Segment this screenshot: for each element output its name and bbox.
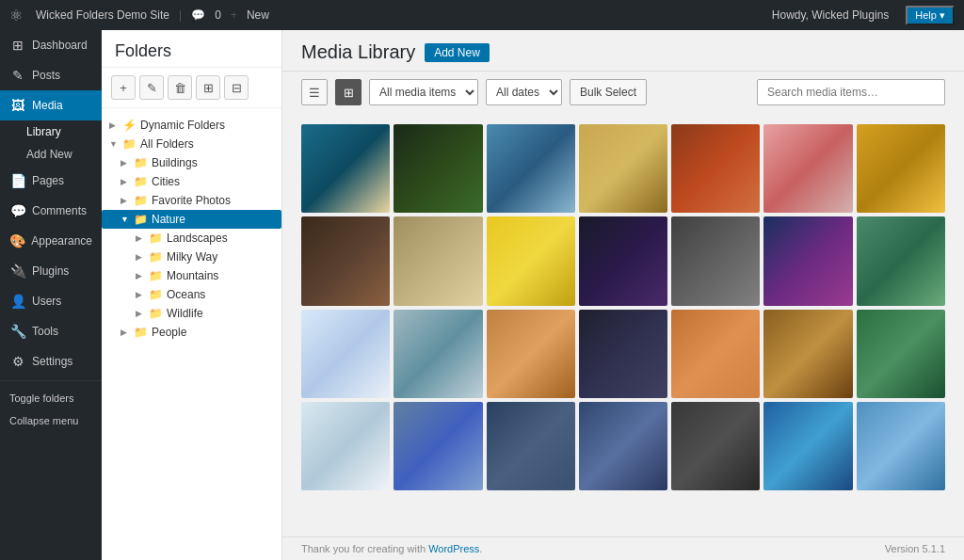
sidebar-item-settings[interactable]: ⚙ Settings bbox=[0, 346, 102, 376]
media-thumb-7[interactable] bbox=[857, 124, 945, 213]
list-view-button[interactable]: ☰ bbox=[301, 79, 328, 105]
tree-item-dynamic-folders[interactable]: ▶ ⚡ Dynamic Folders bbox=[102, 116, 281, 135]
media-thumb-10[interactable] bbox=[487, 216, 575, 305]
add-folder-button[interactable]: + bbox=[111, 75, 136, 100]
media-thumb-5[interactable] bbox=[671, 124, 760, 213]
tree-item-oceans[interactable]: ▶ 📁 Oceans bbox=[102, 285, 281, 304]
tree-item-landscapes[interactable]: ▶ 📁 Landscapes bbox=[102, 229, 281, 248]
oceans-icon: 📁 bbox=[149, 288, 163, 301]
media-thumb-26[interactable] bbox=[671, 402, 760, 490]
comments-icon: 💬 bbox=[9, 203, 26, 218]
media-thumb-27[interactable] bbox=[763, 402, 852, 490]
tree-item-wildlife[interactable]: ▶ 📁 Wildlife bbox=[102, 304, 281, 323]
sidebar-item-pages[interactable]: 📄 Pages bbox=[0, 166, 102, 196]
tree-item-milky-way[interactable]: ▶ 📁 Milky Way bbox=[102, 248, 281, 266]
sidebar-item-dashboard[interactable]: ⊞ Dashboard bbox=[0, 30, 102, 60]
media-thumb-12[interactable] bbox=[671, 216, 760, 305]
tree-item-cities[interactable]: ▶ 📁 Cities bbox=[102, 172, 281, 191]
media-thumb-24[interactable] bbox=[487, 402, 575, 490]
media-thumb-6[interactable] bbox=[763, 124, 852, 213]
tree-item-nature[interactable]: ▼ 📁 Nature bbox=[102, 210, 281, 229]
expand-folder-button[interactable]: ⊞ bbox=[196, 75, 220, 100]
help-button[interactable]: Help ▾ bbox=[906, 6, 955, 25]
tree-item-favorite-photos[interactable]: ▶ 📁 Favorite Photos bbox=[102, 191, 281, 210]
edit-folder-button[interactable]: ✎ bbox=[139, 75, 164, 100]
sidebar-item-appearance[interactable]: 🎨 Appearance bbox=[0, 226, 102, 256]
arrow-icon-wildlife: ▶ bbox=[136, 309, 145, 318]
howdy-text: Howdy, Wicked Plugins bbox=[772, 8, 890, 22]
main-layout: ⊞ Dashboard ✎ Posts 🖼 Media Library Add … bbox=[0, 30, 964, 560]
all-folders-icon: 📁 bbox=[122, 137, 137, 151]
sidebar-item-tools[interactable]: 🔧 Tools bbox=[0, 316, 102, 346]
sidebar-item-plugins[interactable]: 🔌 Plugins bbox=[0, 256, 102, 286]
media-submenu: Library Add New bbox=[0, 120, 102, 166]
collapse-folder-button[interactable]: ⊟ bbox=[224, 75, 249, 100]
tree-label-oceans: Oceans bbox=[167, 288, 205, 301]
media-thumb-28[interactable] bbox=[857, 402, 945, 490]
media-thumb-25[interactable] bbox=[579, 402, 667, 490]
main-content: Media Library Add New ☰ ⊞ All media item… bbox=[282, 30, 964, 560]
collapse-menu-button[interactable]: Collapse menu bbox=[0, 411, 102, 434]
wordpress-link[interactable]: WordPress bbox=[428, 543, 479, 554]
tree-label-cities: Cities bbox=[152, 175, 180, 188]
media-thumb-9[interactable] bbox=[394, 216, 482, 305]
media-icon: 🖼 bbox=[9, 98, 26, 113]
tree-label-all-folders: All Folders bbox=[140, 137, 194, 151]
media-thumb-2[interactable] bbox=[394, 124, 482, 213]
media-thumb-23[interactable] bbox=[394, 402, 482, 490]
grid-view-button[interactable]: ⊞ bbox=[335, 79, 362, 105]
media-thumb-14[interactable] bbox=[857, 216, 945, 305]
sidebar-item-users[interactable]: 👤 Users bbox=[0, 286, 102, 316]
sidebar-item-media[interactable]: 🖼 Media bbox=[0, 90, 102, 120]
grid-view-icon: ⊞ bbox=[344, 86, 354, 100]
buildings-icon: 📁 bbox=[134, 156, 148, 169]
sidebar-label-dashboard: Dashboard bbox=[32, 39, 88, 52]
media-thumb-21[interactable] bbox=[857, 310, 945, 398]
media-thumb-19[interactable] bbox=[671, 310, 760, 398]
nature-icon: 📁 bbox=[134, 213, 148, 226]
media-thumb-1[interactable] bbox=[301, 124, 390, 213]
sidebar-label-comments: Comments bbox=[32, 204, 87, 217]
sidebar-item-posts[interactable]: ✎ Posts bbox=[0, 60, 102, 90]
add-new-button[interactable]: Add New bbox=[425, 43, 490, 62]
media-thumb-16[interactable] bbox=[394, 310, 482, 398]
date-filter[interactable]: All dates bbox=[486, 79, 562, 105]
dashboard-icon: ⊞ bbox=[9, 38, 26, 53]
site-name[interactable]: Wicked Folders Demo Site bbox=[36, 8, 169, 22]
media-thumb-18[interactable] bbox=[579, 310, 667, 398]
media-thumb-22[interactable] bbox=[301, 402, 390, 490]
arrow-icon-oceans: ▶ bbox=[136, 290, 145, 299]
new-button[interactable]: New bbox=[247, 8, 269, 22]
tree-label-buildings: Buildings bbox=[152, 156, 198, 169]
tree-label-nature: Nature bbox=[152, 213, 185, 226]
media-thumb-4[interactable] bbox=[579, 124, 667, 213]
landscapes-icon: 📁 bbox=[149, 232, 163, 245]
sidebar-subitem-add-new[interactable]: Add New bbox=[0, 143, 102, 166]
media-thumb-17[interactable] bbox=[487, 310, 575, 398]
arrow-icon-mountains: ▶ bbox=[136, 271, 145, 280]
media-thumb-3[interactable] bbox=[487, 124, 575, 213]
media-thumb-8[interactable] bbox=[301, 216, 390, 305]
tree-label-milky-way: Milky Way bbox=[167, 250, 217, 264]
tree-item-mountains[interactable]: ▶ 📁 Mountains bbox=[102, 266, 281, 285]
media-thumb-11[interactable] bbox=[579, 216, 667, 305]
sidebar-item-comments[interactable]: 💬 Comments bbox=[0, 196, 102, 226]
sidebar-label-plugins: Plugins bbox=[32, 264, 69, 278]
media-header: Media Library Add New bbox=[282, 30, 964, 72]
arrow-icon-milkyway: ▶ bbox=[136, 252, 145, 262]
delete-folder-button[interactable]: 🗑 bbox=[168, 75, 192, 100]
media-thumb-13[interactable] bbox=[763, 216, 852, 305]
media-thumb-20[interactable] bbox=[763, 310, 852, 398]
tree-item-all-folders[interactable]: ▼ 📁 All Folders bbox=[102, 135, 281, 153]
folders-title: Folders bbox=[102, 30, 281, 68]
comment-count[interactable]: 0 bbox=[215, 8, 221, 22]
sidebar-subitem-library[interactable]: Library bbox=[0, 120, 102, 143]
media-thumb-15[interactable] bbox=[301, 310, 390, 398]
tree-item-buildings[interactable]: ▶ 📁 Buildings bbox=[102, 153, 281, 172]
toggle-folders-button[interactable]: Toggle folders bbox=[0, 385, 102, 411]
search-input[interactable] bbox=[757, 79, 945, 105]
tree-item-people[interactable]: ▶ 📁 People bbox=[102, 323, 281, 342]
people-icon: 📁 bbox=[134, 326, 148, 339]
bulk-select-button[interactable]: Bulk Select bbox=[570, 79, 647, 105]
media-type-filter[interactable]: All media items Images Audio Video bbox=[369, 79, 478, 105]
